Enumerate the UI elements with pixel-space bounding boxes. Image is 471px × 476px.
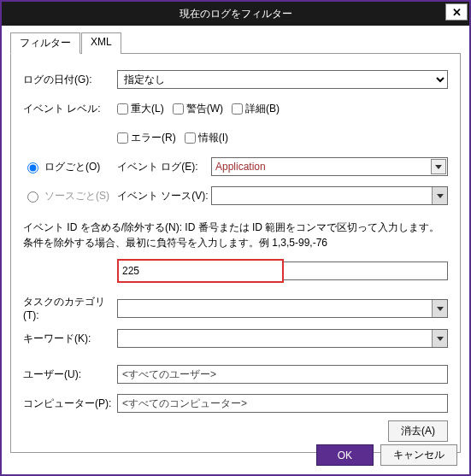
chevron-down-icon	[435, 163, 442, 170]
eventsource-label: イベント ソース(V):	[117, 189, 211, 203]
computer-input[interactable]: <すべてのコンピューター>	[117, 394, 448, 413]
keyword-label: キーワード(K):	[23, 332, 117, 346]
tab-filter[interactable]: フィルター	[10, 32, 80, 54]
clear-button[interactable]: 消去(A)	[388, 420, 448, 442]
ok-button[interactable]: OK	[316, 444, 374, 466]
close-button[interactable]: ✕	[445, 3, 468, 21]
level-critical-label: 重大(L)	[131, 102, 164, 116]
level-label: イベント レベル:	[23, 102, 117, 116]
level-warning-label: 警告(W)	[186, 102, 223, 116]
user-value: <すべてのユーザー>	[122, 367, 216, 382]
computer-value: <すべてのコンピューター>	[122, 397, 247, 411]
logged-label: ログの日付(G):	[23, 73, 117, 87]
level-warning[interactable]: 警告(W)	[173, 102, 223, 116]
cancel-button[interactable]: キャンセル	[380, 444, 457, 466]
tab-filter-label: フィルター	[20, 37, 71, 49]
level-verbose[interactable]: 詳細(B)	[232, 102, 280, 116]
bysource-label: ソースごと(S)	[44, 189, 109, 203]
svg-marker-3	[437, 337, 444, 341]
bylog-label: ログごと(O)	[44, 160, 100, 174]
bysource-radio-row[interactable]: ソースごと(S)	[23, 189, 117, 203]
filter-panel: ログの日付(G): 指定なし イベント レベル: 重大(L) 警告(W)	[10, 54, 461, 453]
window-title: 現在のログをフィルター	[180, 7, 292, 21]
content-area: フィルター XML ログの日付(G): 指定なし イベント レベル: 重大(L)	[2, 26, 469, 461]
level-error-label: エラー(R)	[131, 131, 176, 145]
bysource-radio[interactable]	[27, 191, 38, 203]
task-combo[interactable]	[117, 299, 448, 318]
svg-marker-2	[437, 307, 444, 311]
tabstrip: フィルター XML	[10, 32, 461, 54]
computer-label: コンピューター(P):	[23, 397, 117, 411]
task-label: タスクのカテゴリ(T):	[23, 295, 117, 321]
level-info-checkbox[interactable]	[185, 132, 196, 144]
tab-xml[interactable]: XML	[81, 32, 121, 54]
dialog-footer: OK キャンセル	[316, 444, 457, 466]
logged-select[interactable]: 指定なし	[117, 70, 448, 89]
level-info[interactable]: 情報(I)	[185, 131, 228, 145]
tab-xml-label: XML	[91, 36, 112, 48]
level-info-label: 情報(I)	[198, 131, 228, 145]
level-error-checkbox[interactable]	[117, 132, 128, 144]
level-critical-checkbox[interactable]	[117, 103, 128, 115]
svg-marker-0	[435, 165, 442, 169]
user-label: ユーザー(U):	[23, 367, 117, 382]
chevron-down-icon	[437, 305, 444, 312]
level-critical[interactable]: 重大(L)	[117, 102, 164, 116]
titlebar: 現在のログをフィルター ✕	[2, 2, 469, 26]
svg-marker-1	[437, 194, 444, 198]
chevron-down-icon	[437, 335, 444, 342]
level-warning-checkbox[interactable]	[173, 103, 184, 115]
ok-button-label: OK	[338, 450, 352, 461]
keyword-dropdown-button[interactable]	[432, 330, 447, 347]
keyword-combo[interactable]	[117, 329, 448, 348]
bylog-radio-row[interactable]: ログごと(O)	[23, 160, 117, 174]
cancel-button-label: キャンセル	[393, 449, 445, 461]
eventlog-value: Application	[215, 161, 266, 173]
task-dropdown-button[interactable]	[432, 300, 447, 317]
eventid-highlight: 225	[117, 259, 284, 283]
clear-button-label: 消去(A)	[401, 425, 435, 437]
eventid-value[interactable]: 225	[122, 265, 139, 277]
eventsource-dropdown-button[interactable]	[432, 187, 447, 204]
close-icon: ✕	[452, 6, 462, 19]
eventsource-combo[interactable]	[211, 186, 448, 205]
chevron-down-icon	[437, 192, 444, 199]
eventid-input-extension[interactable]	[282, 262, 448, 280]
bylog-radio[interactable]	[27, 162, 38, 173]
eventlog-label: イベント ログ(E):	[117, 160, 211, 174]
eventid-instruction: イベント ID を含める/除外する(N): ID 番号または ID 範囲をコンマ…	[23, 220, 448, 250]
level-error[interactable]: エラー(R)	[117, 131, 176, 145]
eventlog-combo[interactable]: Application	[211, 157, 448, 176]
eventlog-dropdown-button[interactable]	[431, 159, 446, 174]
level-verbose-checkbox[interactable]	[232, 103, 243, 115]
user-input[interactable]: <すべてのユーザー>	[117, 365, 448, 384]
level-verbose-label: 詳細(B)	[245, 102, 280, 116]
